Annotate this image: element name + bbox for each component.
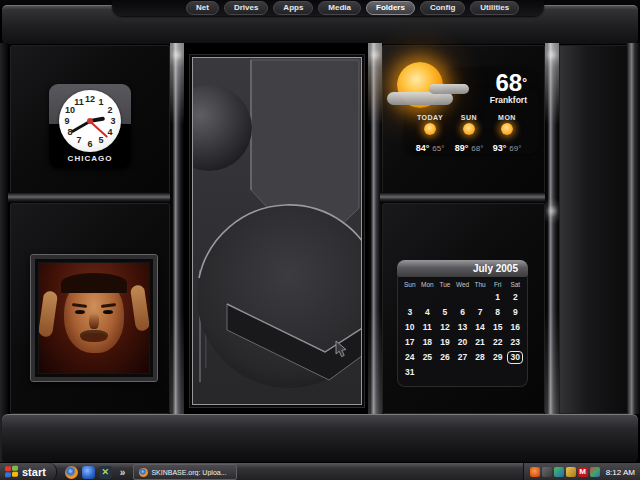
calendar-day[interactable]: 16 bbox=[506, 320, 524, 335]
task-button-skinbase[interactable]: SKINBASE.org: Uploa... bbox=[133, 464, 237, 480]
calendar-blank bbox=[419, 290, 437, 305]
m-red-icon[interactable]: M bbox=[578, 467, 588, 477]
calendar-day[interactable]: 4 bbox=[419, 305, 437, 320]
calendar-week: 3 4 5 6 7 8 9 bbox=[401, 305, 524, 320]
forecast-low: 69° bbox=[509, 144, 521, 153]
calendar-day[interactable]: 23 bbox=[506, 335, 524, 350]
analog-clock-face: 12 1 2 3 4 5 6 7 8 9 10 11 bbox=[59, 90, 121, 152]
task-button-label: SKINBASE.org: Uploa... bbox=[151, 469, 226, 476]
calendar-day[interactable]: 15 bbox=[489, 320, 507, 335]
calendar-week: 24 25 26 27 28 29 30 bbox=[401, 350, 524, 365]
calendar-day[interactable]: 9 bbox=[506, 305, 524, 320]
calendar-day[interactable]: 18 bbox=[419, 335, 437, 350]
blue-app-icon[interactable] bbox=[82, 466, 95, 479]
tab-apps[interactable]: Apps bbox=[273, 1, 313, 15]
calendar-day[interactable]: 20 bbox=[454, 335, 472, 350]
calendar-day[interactable]: 11 bbox=[419, 320, 437, 335]
clock-panel: 12 1 2 3 4 5 6 7 8 9 10 11 CHICAGO bbox=[10, 45, 170, 193]
calendar-blank bbox=[436, 365, 454, 380]
calendar-blank bbox=[401, 290, 419, 305]
gray-app-icon[interactable] bbox=[542, 467, 552, 477]
vertical-divider bbox=[545, 43, 559, 414]
calendar-panel: July 2005 Sun Mon Tue Wed Thu Fri Sat 1 … bbox=[382, 203, 545, 414]
calendar-day[interactable]: 10 bbox=[401, 320, 419, 335]
calendar-day[interactable]: 26 bbox=[436, 350, 454, 365]
windows-flag-icon bbox=[5, 466, 18, 479]
calendar-day[interactable]: 1 bbox=[489, 290, 507, 305]
calendar-week: 17 18 19 20 21 22 23 bbox=[401, 335, 524, 350]
tab-net[interactable]: Net bbox=[186, 1, 219, 15]
portrait-hand-left bbox=[39, 290, 58, 338]
forecast-low: 68° bbox=[471, 144, 483, 153]
calendar-day[interactable]: 12 bbox=[436, 320, 454, 335]
calendar-day[interactable]: 13 bbox=[454, 320, 472, 335]
taskbar: start ✕ » SKINBASE.org: Uploa... M 8:12 … bbox=[0, 462, 640, 480]
calendar-blank bbox=[471, 365, 489, 380]
calendar-blank bbox=[436, 290, 454, 305]
tab-folders[interactable]: Folders bbox=[366, 1, 415, 15]
horizontal-divider bbox=[8, 192, 170, 203]
clock-widget: 12 1 2 3 4 5 6 7 8 9 10 11 CHICAGO bbox=[49, 84, 131, 168]
calendar-day[interactable]: 19 bbox=[436, 335, 454, 350]
forecast-mon: MON 93°69° bbox=[485, 114, 529, 155]
clock-numeral: 7 bbox=[76, 135, 81, 145]
calendar-blank bbox=[489, 365, 507, 380]
calendar-day-selected[interactable]: 30 bbox=[506, 350, 524, 365]
calendar-day[interactable]: 21 bbox=[471, 335, 489, 350]
calendar-day[interactable]: 24 bbox=[401, 350, 419, 365]
x-app-icon[interactable]: ✕ bbox=[99, 466, 112, 479]
calendar-day[interactable]: 6 bbox=[454, 305, 472, 320]
calendar-day[interactable]: 7 bbox=[471, 305, 489, 320]
mouse-cursor bbox=[334, 340, 348, 358]
calendar-week: 10 11 12 13 14 15 16 bbox=[401, 320, 524, 335]
calendar-day[interactable]: 3 bbox=[401, 305, 419, 320]
calendar-blank bbox=[419, 365, 437, 380]
calendar-week: 1 2 bbox=[401, 290, 524, 305]
tab-utilities[interactable]: Utilities bbox=[470, 1, 519, 15]
overflow-chevron-icon[interactable]: » bbox=[120, 467, 126, 478]
right-empty-panel bbox=[559, 45, 628, 414]
day-header: Mon bbox=[419, 279, 437, 290]
calendar-day[interactable]: 8 bbox=[489, 305, 507, 320]
calendar-day[interactable]: 31 bbox=[401, 365, 419, 380]
calendar-day[interactable]: 29 bbox=[489, 350, 507, 365]
gold-app-icon[interactable] bbox=[566, 467, 576, 477]
clock-numeral: 4 bbox=[107, 127, 112, 137]
calendar-day[interactable]: 28 bbox=[471, 350, 489, 365]
calendar-blank bbox=[471, 290, 489, 305]
system-tray: M 8:12 AM bbox=[523, 463, 640, 480]
portrait-eye bbox=[103, 310, 113, 314]
tab-media[interactable]: Media bbox=[318, 1, 361, 15]
vertical-divider bbox=[368, 43, 382, 414]
day-header: Wed bbox=[454, 279, 472, 290]
firefox-icon[interactable] bbox=[65, 466, 78, 479]
calendar-day[interactable]: 5 bbox=[436, 305, 454, 320]
calendar-day[interactable]: 22 bbox=[489, 335, 507, 350]
forecast-sun-icon bbox=[463, 123, 475, 135]
clock-city-label: CHICAGO bbox=[49, 154, 131, 163]
current-conditions: 68° Frankfort bbox=[445, 72, 533, 105]
calendar-day[interactable]: 25 bbox=[419, 350, 437, 365]
start-button[interactable]: start bbox=[0, 463, 57, 480]
calendar-day[interactable]: 14 bbox=[471, 320, 489, 335]
color-app-icon[interactable] bbox=[554, 467, 564, 477]
firefox-icon bbox=[139, 468, 148, 477]
clock-numeral: 6 bbox=[87, 139, 92, 149]
forecast-high: 89° bbox=[455, 143, 469, 153]
forecast-day-label: MON bbox=[485, 114, 529, 121]
day-header: Sun bbox=[401, 279, 419, 290]
day-header: Thu bbox=[471, 279, 489, 290]
forecast-high: 84° bbox=[416, 143, 430, 153]
calendar-day[interactable]: 17 bbox=[401, 335, 419, 350]
flame-icon[interactable] bbox=[530, 467, 540, 477]
calendar-day[interactable]: 27 bbox=[454, 350, 472, 365]
vertical-divider bbox=[170, 43, 184, 414]
degree-symbol: ° bbox=[522, 76, 527, 90]
day-header: Sat bbox=[506, 279, 524, 290]
tray-clock: 8:12 AM bbox=[606, 468, 635, 477]
multicolor-app-icon[interactable] bbox=[590, 467, 600, 477]
tab-drives[interactable]: Drives bbox=[224, 1, 268, 15]
tab-config[interactable]: Config bbox=[420, 1, 465, 15]
calendar-day[interactable]: 2 bbox=[506, 290, 524, 305]
calendar-week: 31 bbox=[401, 365, 524, 380]
